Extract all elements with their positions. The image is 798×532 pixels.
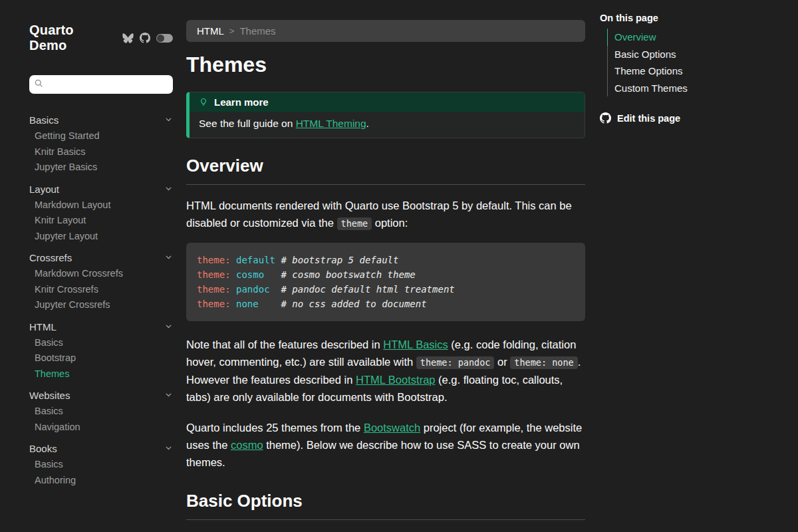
- theme-none-inline-code: theme: none: [510, 356, 577, 369]
- breadcrumb: HTML > Themes: [186, 20, 585, 42]
- code-line: theme: none # no css added to document: [197, 297, 575, 311]
- sidebar-item-navigation[interactable]: Navigation: [35, 420, 173, 436]
- overview-heading: Overview: [186, 156, 585, 185]
- sidebar-section-books[interactable]: Books: [29, 440, 173, 457]
- sidebar-section-layout[interactable]: Layout: [29, 181, 173, 198]
- chevron-down-icon: [164, 319, 173, 335]
- sidebar-section-basics[interactable]: Basics: [29, 112, 173, 128]
- main-content: HTML > Themes Themes Learn more See the …: [186, 0, 585, 532]
- breadcrumb-html[interactable]: HTML: [197, 25, 224, 37]
- sidebar-item-jupyter-basics[interactable]: Jupyter Basics: [35, 160, 173, 176]
- chevron-down-icon: [164, 181, 173, 198]
- chevron-down-icon: [164, 249, 173, 266]
- page-title: Themes: [186, 53, 585, 77]
- dark-mode-toggle[interactable]: [156, 34, 173, 43]
- sidebar-item-html-basics[interactable]: Basics: [35, 335, 173, 351]
- sidebar-item-bootstrap[interactable]: Bootstrap: [35, 350, 173, 366]
- toc-heading: On this page: [600, 13, 785, 23]
- sidebar-item-themes[interactable]: Themes: [35, 366, 173, 382]
- breadcrumb-separator: >: [229, 26, 235, 36]
- sidebar-item-knitr-layout[interactable]: Knitr Layout: [35, 213, 173, 229]
- sidebar-item-authoring[interactable]: Authoring: [35, 473, 173, 489]
- toc-item-basic-options[interactable]: Basic Options: [607, 46, 785, 63]
- search-icon: [35, 78, 43, 90]
- chevron-down-icon: [164, 112, 173, 128]
- overview-paragraph-3: Quarto includes 25 themes from the Boots…: [186, 419, 585, 471]
- cosmo-link[interactable]: cosmo: [231, 439, 263, 451]
- sidebar-section-html[interactable]: HTML: [29, 319, 173, 335]
- sidebar-item-markdown-crossrefs[interactable]: Markdown Crossrefs: [35, 266, 173, 282]
- bluesky-icon[interactable]: [122, 33, 134, 43]
- sidebar-item-knitr-basics[interactable]: Knitr Basics: [35, 144, 173, 160]
- sidebar-item-books-basics[interactable]: Basics: [35, 457, 173, 473]
- github-icon: [600, 112, 611, 124]
- sidebar-item-jupyter-crossrefs[interactable]: Jupyter Crossrefs: [35, 297, 173, 313]
- sidebar-item-jupyter-layout[interactable]: Jupyter Layout: [35, 229, 173, 245]
- toc-item-custom-themes[interactable]: Custom Themes: [607, 80, 785, 97]
- sidebar-item-markdown-layout[interactable]: Markdown Layout: [35, 198, 173, 213]
- html-theming-link[interactable]: HTML Theming: [296, 118, 366, 129]
- overview-paragraph-1: HTML documents rendered with Quarto use …: [186, 197, 585, 232]
- sidebar-item-getting-started[interactable]: Getting Started: [35, 128, 173, 144]
- code-line: theme: cosmo # cosmo bootswatch theme: [197, 267, 575, 282]
- sidebar-section-crossrefs[interactable]: Crossrefs: [29, 249, 173, 266]
- callout-title: Learn more: [214, 96, 269, 108]
- sidebar-section-websites[interactable]: Websites: [29, 387, 173, 404]
- sidebar-nav: Basics Getting Started Knitr Basics Jupy…: [29, 112, 173, 488]
- code-line: theme: default # bootstrap 5 default: [197, 253, 575, 267]
- search-box[interactable]: [29, 75, 173, 94]
- chevron-down-icon: [164, 387, 173, 404]
- site-title[interactable]: Quarto Demo: [29, 23, 114, 53]
- learn-more-callout: Learn more See the full guide on HTML Th…: [186, 92, 585, 138]
- sidebar-item-knitr-crossrefs[interactable]: Knitr Crossrefs: [35, 282, 173, 298]
- breadcrumb-current: Themes: [239, 25, 275, 37]
- lightbulb-icon: [199, 97, 208, 107]
- edit-this-page-link[interactable]: Edit this page: [600, 112, 785, 124]
- toggle-knob: [157, 35, 164, 42]
- bootswatch-link[interactable]: Bootswatch: [364, 422, 420, 434]
- toc-item-overview[interactable]: Overview: [607, 29, 785, 46]
- toc: On this page Overview Basic Options Them…: [585, 0, 798, 532]
- github-icon[interactable]: [140, 33, 150, 43]
- basic-options-heading: Basic Options: [186, 491, 585, 520]
- callout-text: See the full guide on: [199, 118, 296, 129]
- theme-pandoc-inline-code: theme: pandoc: [416, 356, 495, 369]
- sidebar-item-websites-basics[interactable]: Basics: [35, 404, 173, 420]
- html-bootstrap-link[interactable]: HTML Bootstrap: [356, 374, 436, 386]
- theme-inline-code: theme: [337, 217, 372, 230]
- chevron-down-icon: [164, 440, 173, 457]
- overview-paragraph-2: Note that all of the features described …: [186, 336, 585, 406]
- html-basics-link[interactable]: HTML Basics: [383, 338, 448, 350]
- toc-item-theme-options[interactable]: Theme Options: [607, 63, 785, 80]
- theme-code-block: theme: default # bootstrap 5 defaultthem…: [186, 243, 585, 321]
- search-input[interactable]: [47, 80, 168, 90]
- sidebar: Quarto Demo Basics Getting Started Kn: [0, 0, 186, 532]
- code-line: theme: pandoc # pandoc default html trea…: [197, 282, 575, 297]
- callout-text-suffix: .: [366, 118, 369, 129]
